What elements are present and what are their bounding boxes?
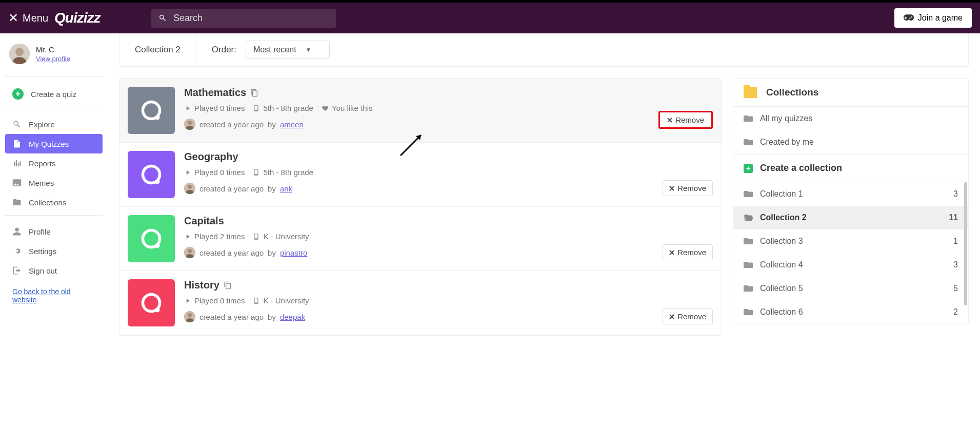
create-collection-button[interactable]: + Create a collection [733,155,968,182]
grade-indicator: K - University [253,232,309,241]
chart-icon [12,159,22,168]
menu-label: Menu [23,12,48,24]
created-text: created a year ago [199,313,264,321]
sidebar-item-reports[interactable]: Reports [5,153,103,173]
grade-indicator: K - University [253,296,309,305]
folder-icon [744,114,753,123]
quiz-meta: Played 2 times K - University [184,232,713,241]
author-link[interactable]: ank [280,184,292,193]
sidebar-item-profile[interactable]: Profile [5,222,103,241]
quiz-title: Geography [184,151,713,163]
quiz-meta: Played 0 times 5th - 8th grade You like … [184,104,713,112]
created-by-me-link[interactable]: Created by me [733,130,968,154]
by-text: by [268,313,276,321]
copy-icon [224,281,232,290]
scrollbar-thumb[interactable] [964,182,967,305]
plays-indicator: Played 0 times [184,168,245,177]
quiz-title: Mathematics [184,87,713,99]
quiz-body: Capitals Played 2 times K - University c… [184,215,713,262]
collection-item[interactable]: Collection 31 [733,229,968,253]
order-label: Order: [212,45,236,55]
app-header: ✕ Menu Quizizz Join a game [0,3,980,33]
collection-item[interactable]: Collection 55 [733,277,968,300]
svg-point-11 [155,179,159,184]
created-text: created a year ago [199,120,264,129]
rc-create-label: Create a collection [760,163,842,174]
collection-label: Collection 6 [760,307,803,317]
folder-icon [744,138,753,146]
quiz-body: Geography Played 0 times 5th - 8th grade… [184,151,713,198]
sidebar-label: Memes [29,179,54,187]
quiz-card[interactable]: Capitals Played 2 times K - University c… [119,207,721,271]
author-avatar [184,247,195,258]
join-game-button[interactable]: Join a game [894,8,972,28]
svg-point-21 [155,307,159,312]
old-website-link[interactable]: Go back to the old website [5,280,103,311]
grade-text: 5th - 8th grade [263,168,313,177]
sidebar-item-signout[interactable]: Sign out [5,261,103,280]
plus-icon: + [744,164,753,173]
folder-icon [744,237,753,245]
collection-item[interactable]: Collection 43 [733,253,968,277]
quiz-card[interactable]: Geography Played 0 times 5th - 8th grade… [119,143,721,207]
create-quiz-button[interactable]: + Create a quiz [5,83,103,105]
sidebar-item-my-quizzes[interactable]: My Quizzes [5,134,103,153]
plays-text: Played 0 times [194,104,245,112]
signout-icon [12,266,22,275]
sidebar-label: Collections [29,198,66,207]
play-icon [184,169,191,176]
collection-item[interactable]: Collection 62 [733,300,968,324]
created-text: created a year ago [199,248,264,257]
author-link[interactable]: ameen [280,120,304,129]
plays-text: Played 0 times [194,168,245,177]
remove-button[interactable]: Remove [663,309,713,324]
search-input[interactable] [173,13,329,24]
sidebar-item-explore[interactable]: Explore [5,114,103,134]
view-profile-link[interactable]: View profile [36,55,70,63]
collection-count: 1 [953,237,958,246]
logo[interactable]: Quizizz [54,10,100,26]
collection-count: 5 [953,284,958,293]
quiz-list: Mathematics Played 0 times 5th - 8th gra… [119,78,722,336]
plays-text: Played 0 times [194,296,245,305]
by-text: by [268,248,276,257]
sidebar-label: Explore [29,120,55,129]
collection-label: Collection 2 [760,213,807,222]
remove-button[interactable]: Remove [663,244,713,260]
avatar[interactable] [9,44,30,64]
book-icon [253,169,260,176]
collection-item[interactable]: Collection 211 [733,206,968,229]
gear-icon [12,246,22,256]
order-dropdown[interactable]: Most recent ▼ [246,41,329,59]
svg-point-4 [155,115,159,120]
sidebar-item-settings[interactable]: Settings [5,241,103,261]
svg-point-16 [155,243,159,248]
rc-label: All my quizzes [760,114,812,123]
author-link[interactable]: deepak [280,313,305,321]
author-link[interactable]: pinastro [280,248,307,257]
collection-toolbar: Collection 2 Order: Most recent ▼ [119,33,969,67]
all-my-quizzes-link[interactable]: All my quizzes [733,107,968,130]
collections-header: Collections [733,79,968,107]
sidebar-item-memes[interactable]: Memes [5,173,103,192]
remove-button[interactable]: Remove [663,180,713,196]
collection-item[interactable]: Collection 13 [733,182,968,206]
menu-button[interactable]: ✕ Menu [8,11,48,25]
quiz-card[interactable]: History Played 0 times K - University cr… [119,271,721,335]
collection-count: 11 [949,213,958,222]
collections-panel: Collections All my quizzes Created by me… [733,78,969,324]
sidebar-item-collections[interactable]: Collections [5,192,103,212]
svg-point-23 [188,313,192,317]
grade-text: 5th - 8th grade [263,104,313,112]
quiz-title-text: Capitals [184,215,224,227]
divider [5,76,103,77]
quiz-body: History Played 0 times K - University cr… [184,279,713,326]
create-quiz-label: Create a quiz [31,90,76,99]
quiz-byline: created a year ago by deepak [184,311,713,322]
search-box[interactable] [151,9,336,28]
quiz-card[interactable]: Mathematics Played 0 times 5th - 8th gra… [119,79,721,143]
sidebar-label: Sign out [29,266,57,275]
order-value: Most recent [253,45,296,54]
quiz-title-text: Mathematics [184,87,246,99]
remove-button[interactable]: Remove [658,111,713,129]
